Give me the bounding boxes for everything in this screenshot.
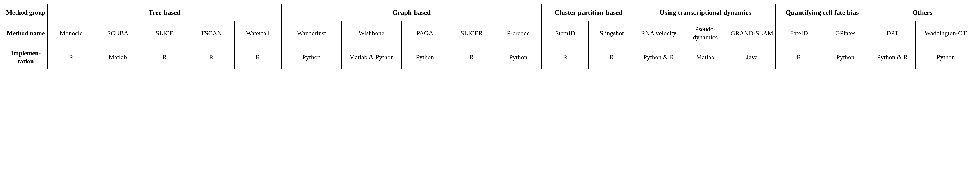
table-wrapper: Method group Tree-based Graph-based Clus… — [4, 4, 976, 69]
method-impl: R — [589, 45, 635, 69]
method-impl: Matlab & Python — [341, 45, 401, 69]
method-name: GPfates — [822, 21, 869, 45]
method-impl: Python — [402, 45, 449, 69]
method-impl: Matlab — [94, 45, 141, 69]
group-header: Quantifying cell fate bias — [775, 4, 869, 21]
method-name: RNA velocity — [635, 21, 682, 45]
table-row: Method name Monocle SCUBA SLICE TSCAN Wa… — [4, 21, 976, 45]
method-name: GRAND-SLAM — [729, 21, 775, 45]
method-name: Monocle — [48, 21, 94, 45]
method-impl: R — [448, 45, 495, 69]
method-impl: Matlab — [682, 45, 729, 69]
method-impl: R — [48, 45, 94, 69]
group-header: Others — [869, 4, 976, 21]
row-header-impl: Implemen-tation — [4, 45, 48, 69]
method-name: Waterfall — [235, 21, 282, 45]
method-impl: Python — [822, 45, 869, 69]
method-impl: Python & R — [869, 45, 916, 69]
method-impl: Python & R — [635, 45, 682, 69]
method-name: PAGA — [402, 21, 449, 45]
method-name: DPT — [869, 21, 916, 45]
method-impl: R — [542, 45, 589, 69]
table-row: Method group Tree-based Graph-based Clus… — [4, 4, 976, 21]
method-name: Slingshot — [589, 21, 635, 45]
method-impl: R — [775, 45, 822, 69]
method-impl: Java — [729, 45, 775, 69]
group-header: Graph-based — [281, 4, 542, 21]
group-header: Using transcriptional dynamics — [635, 4, 775, 21]
method-name: TSCAN — [188, 21, 235, 45]
method-name: SLICER — [448, 21, 495, 45]
method-impl: Python — [281, 45, 341, 69]
method-name: P-creode — [495, 21, 542, 45]
method-name: SCUBA — [94, 21, 141, 45]
method-name: Pseudo-dynamics — [682, 21, 729, 45]
method-impl: Python — [495, 45, 542, 69]
method-impl: R — [141, 45, 188, 69]
table-row: Implemen-tation R Matlab R R R Python Ma… — [4, 45, 976, 69]
method-name: FateID — [775, 21, 822, 45]
group-header: Cluster partition-based — [542, 4, 635, 21]
method-name: Waddington-OT — [916, 21, 976, 45]
method-impl: Python — [916, 45, 976, 69]
method-name: Wanderlust — [281, 21, 341, 45]
method-name: StemID — [542, 21, 589, 45]
method-name: Wishbone — [341, 21, 401, 45]
method-impl: R — [235, 45, 282, 69]
method-name: SLICE — [141, 21, 188, 45]
row-header-name: Method name — [4, 21, 48, 45]
group-header: Tree-based — [48, 4, 281, 21]
method-impl: R — [188, 45, 235, 69]
methods-table: Method group Tree-based Graph-based Clus… — [4, 4, 976, 69]
row-header-group: Method group — [4, 4, 48, 21]
